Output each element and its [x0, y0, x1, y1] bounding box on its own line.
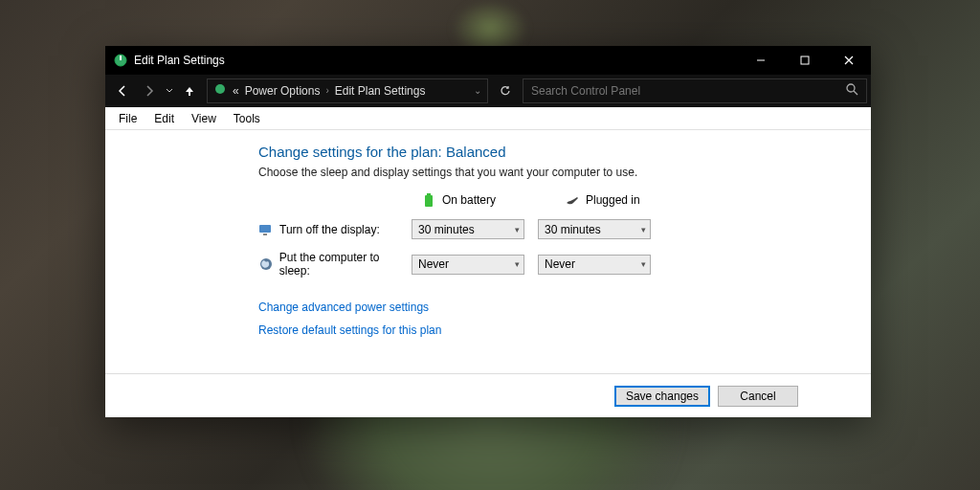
chevron-down-icon: ▾ [515, 225, 520, 234]
svg-rect-10 [427, 193, 431, 195]
power-options-small-icon [213, 82, 227, 99]
up-button[interactable] [176, 78, 203, 104]
content-area: Change settings for the plan: Balanced C… [105, 130, 871, 373]
menu-view[interactable]: View [184, 109, 224, 128]
restore-defaults-link[interactable]: Restore default settings for this plan [258, 323, 871, 337]
page-subtext: Choose the sleep and display settings th… [258, 166, 871, 179]
breadcrumb-item[interactable]: Edit Plan Settings [335, 84, 426, 98]
row-computer-sleep: Put the computer to sleep: Never ▾ Never… [258, 251, 871, 278]
refresh-button[interactable] [492, 84, 519, 98]
titlebar: Edit Plan Settings [105, 46, 871, 75]
svg-point-6 [215, 84, 225, 94]
chevron-down-icon: ▾ [641, 225, 646, 234]
column-on-battery: On battery [421, 192, 536, 208]
svg-rect-1 [120, 56, 122, 60]
display-battery-dropdown[interactable]: 30 minutes ▾ [412, 219, 524, 239]
svg-point-7 [847, 84, 855, 92]
navbar: « Power Options › Edit Plan Settings ⌄ [105, 75, 871, 107]
display-plugged-dropdown[interactable]: 30 minutes ▾ [538, 219, 651, 239]
breadcrumb-item[interactable]: Power Options [245, 84, 321, 98]
breadcrumb[interactable]: « Power Options › Edit Plan Settings ⌄ [207, 78, 488, 103]
battery-icon [421, 192, 436, 208]
breadcrumb-dropdown-icon[interactable]: ⌄ [474, 85, 481, 96]
sleep-plugged-dropdown[interactable]: Never ▾ [538, 255, 651, 275]
column-plugged-in: Plugged in [565, 192, 679, 208]
breadcrumb-prefix: « [233, 84, 239, 98]
row-turn-off-display: Turn off the display: 30 minutes ▾ 30 mi… [258, 219, 871, 239]
page-heading: Change settings for the plan: Balanced [258, 144, 871, 160]
save-changes-button[interactable]: Save changes [614, 386, 710, 407]
svg-rect-9 [425, 195, 433, 207]
close-button[interactable] [827, 46, 871, 75]
recent-dropdown-button[interactable] [163, 78, 176, 104]
chevron-down-icon: ▾ [641, 259, 646, 269]
menu-tools[interactable]: Tools [226, 109, 268, 128]
chevron-down-icon: ▾ [515, 259, 520, 269]
forward-button[interactable] [136, 78, 163, 104]
plug-icon [565, 192, 580, 208]
footer: Save changes Cancel [105, 373, 871, 417]
sleep-battery-dropdown[interactable]: Never ▾ [412, 255, 524, 275]
edit-plan-settings-window: Edit Plan Settings « Power Options › Edi… [105, 46, 871, 417]
svg-rect-11 [259, 225, 271, 233]
search-icon[interactable] [846, 83, 858, 99]
menu-file[interactable]: File [111, 109, 145, 128]
advanced-settings-link[interactable]: Change advanced power settings [258, 301, 871, 314]
search-input[interactable] [531, 84, 846, 98]
svg-rect-3 [801, 56, 809, 64]
search-box[interactable] [523, 78, 867, 103]
maximize-button[interactable] [783, 46, 827, 75]
window-title: Edit Plan Settings [134, 54, 225, 67]
display-icon [258, 222, 274, 237]
menubar: File Edit View Tools [105, 107, 871, 130]
cancel-button[interactable]: Cancel [718, 386, 798, 407]
svg-rect-12 [263, 234, 267, 235]
chevron-right-icon: › [325, 85, 328, 96]
sleep-icon [258, 256, 274, 272]
svg-line-8 [854, 91, 858, 95]
minimize-button[interactable] [739, 46, 783, 75]
back-button[interactable] [109, 78, 136, 104]
menu-edit[interactable]: Edit [146, 109, 182, 128]
power-options-icon [113, 53, 128, 68]
